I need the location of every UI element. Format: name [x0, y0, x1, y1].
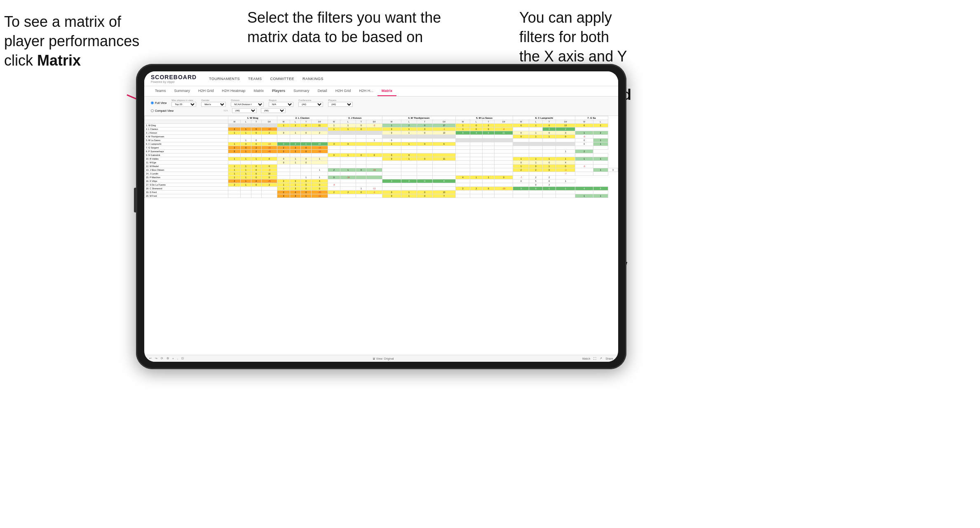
matrix-cell [290, 168, 301, 172]
matrix-cell [340, 187, 356, 191]
sh-l7: L [593, 120, 608, 124]
fullscreen-icon[interactable]: ⛶ [593, 357, 596, 360]
matrix-cell: 1 [401, 127, 417, 131]
table-row: 1. W Ding12011110-2120171000101302 [145, 124, 618, 127]
matrix-area[interactable]: 1. W Ding 2. L Clanton 3. J Koivun 4. M … [144, 116, 618, 355]
matrix-cell [340, 183, 356, 187]
conf-select-2[interactable]: (All) [261, 108, 286, 113]
matrix-cell: 1 [356, 187, 366, 191]
subnav-detail[interactable]: Detail [314, 86, 331, 96]
matrix-cell [455, 139, 470, 142]
region-select-2[interactable]: (All) [232, 108, 257, 113]
footer-refresh-icon[interactable]: ⟳ [161, 357, 163, 360]
matrix-cell [228, 124, 241, 127]
subnav-teams[interactable]: Teams [151, 86, 170, 96]
matrix-cell: 9 [401, 153, 417, 157]
footer-redo-icon[interactable]: ↪ [155, 357, 157, 360]
matrix-cell [312, 161, 328, 165]
share-icon[interactable]: ↗ [600, 357, 602, 360]
region-select[interactable]: N/A [269, 102, 293, 107]
players-select[interactable]: (All) [328, 102, 353, 107]
nav-teams[interactable]: TEAMS [248, 77, 262, 81]
matrix-cell: 1 [241, 127, 251, 131]
matrix-cell: 3 [513, 187, 529, 191]
radio-full-input[interactable] [151, 101, 154, 104]
sh-l2: L [290, 120, 301, 124]
matrix-cell [482, 183, 495, 187]
division-select[interactable]: NCAA Division I [231, 102, 264, 107]
matrix-cell [593, 153, 608, 157]
matrix-cell: 2 [228, 183, 241, 187]
nav-tournaments[interactable]: TOURNAMENTS [209, 77, 240, 81]
nav-rankings[interactable]: RANKINGS [302, 77, 324, 81]
subnav-h2hh[interactable]: H2H H... [355, 86, 377, 96]
radio-compact-view[interactable]: Compact View [151, 109, 173, 112]
matrix-cell [340, 161, 356, 165]
annotation-top-left: To see a matrix of player performances c… [4, 12, 144, 70]
matrix-cell [251, 194, 261, 198]
matrix-cell: 1 [529, 157, 542, 161]
matrix-cell: 1 [401, 142, 417, 146]
matrix-cell: 1 [401, 157, 417, 161]
matrix-cell: 1 [455, 124, 470, 127]
watch-label[interactable]: Watch [582, 357, 591, 360]
matrix-cell [241, 153, 251, 157]
sh-w7: W [575, 120, 593, 124]
matrix-cell [301, 153, 312, 157]
tablet-frame: SCOREBOARD Powered by clippd TOURNAMENTS… [136, 64, 626, 369]
matrix-cell [228, 191, 241, 194]
subnav-h2hheatmap[interactable]: H2H Heatmap [218, 86, 250, 96]
matrix-cell [401, 165, 417, 168]
matrix-cell: 2 [277, 146, 290, 150]
matrix-cell: 1 [312, 157, 328, 161]
conference-select[interactable]: (All) [298, 102, 323, 107]
matrix-cell: -10 [495, 187, 513, 191]
matrix-cell [542, 191, 556, 194]
matrix-cell [495, 135, 513, 139]
matrix-cell [556, 191, 575, 194]
matrix-cell [277, 176, 290, 179]
subnav-players[interactable]: Players [268, 86, 289, 96]
radio-full-view[interactable]: Full View [151, 101, 166, 104]
matrix-cell: 0 [301, 179, 312, 183]
matrix-cell: 0 [328, 153, 340, 157]
matrix-cell [301, 127, 312, 131]
footer-reset-icon[interactable]: ⊡ [181, 357, 184, 360]
footer-zoom-in[interactable]: + [172, 357, 174, 360]
matrix-cell: 1 [228, 142, 241, 146]
subnav-summary2[interactable]: Summary [289, 86, 314, 96]
matrix-cell: 1 [241, 131, 251, 135]
subnav-matrix[interactable]: Matrix [250, 86, 268, 96]
footer-right: Watch ⛶ ↗ Share [582, 357, 613, 360]
table-row: 9. N Gabrelcik010009 [145, 153, 618, 157]
sh-d6: Dif [556, 120, 575, 124]
col-header-7: 7. G Sa [575, 116, 608, 120]
nav-committee[interactable]: COMMITTEE [270, 77, 294, 81]
matrix-cell [328, 146, 340, 150]
matrix-cell [542, 146, 556, 150]
radio-compact-input[interactable] [151, 109, 154, 112]
matrix-cell: 1 [340, 124, 356, 127]
gender-select[interactable]: Men's [201, 102, 226, 107]
matrix-cell [455, 153, 470, 157]
subnav-h2hgrid2[interactable]: H2H Grid [331, 86, 355, 96]
subnav-summary[interactable]: Summary [170, 86, 195, 96]
matrix-cell [593, 165, 608, 168]
matrix-cell [495, 168, 513, 172]
matrix-cell [340, 194, 356, 198]
matrix-cell [261, 161, 277, 165]
matrix-cell [277, 168, 290, 172]
ann-tl-line1: To see a matrix of [4, 13, 121, 30]
matrix-cell [529, 172, 542, 176]
footer-undo-icon[interactable]: ↩ [149, 357, 152, 360]
footer-zoom-out[interactable]: - [177, 357, 178, 360]
subnav-matrix-active[interactable]: Matrix [377, 86, 397, 96]
matrix-cell [340, 165, 356, 168]
player-name-cell: 14. J Lundin [145, 172, 228, 176]
subnav-h2hgrid[interactable]: H2H Grid [194, 86, 218, 96]
table-row: 17. S De La Fuente21021100-802 [145, 183, 618, 187]
matrix-cell: 1 [328, 127, 340, 131]
max-players-select[interactable]: Top 25 [171, 102, 196, 107]
footer-settings-icon[interactable]: ⚙ [166, 357, 169, 360]
share-label[interactable]: Share [605, 357, 613, 360]
